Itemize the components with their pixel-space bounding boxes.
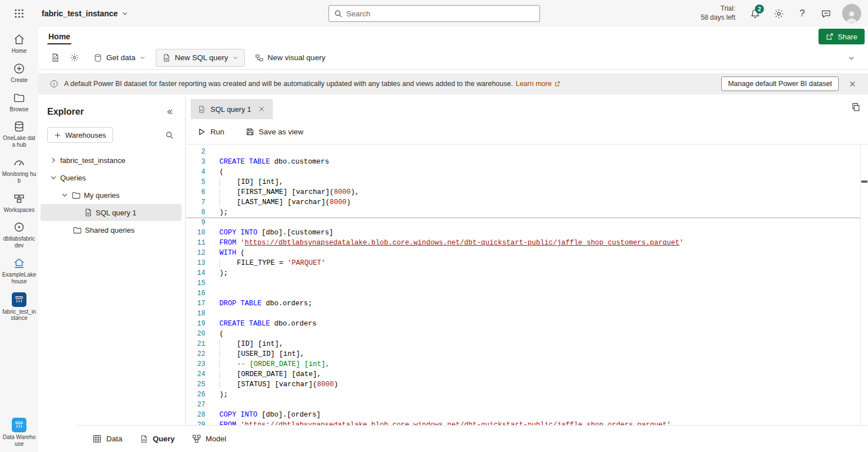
code-line[interactable]: 19CREATE TABLE dbo.orders [186,319,868,329]
tree-item-label: SQL query 1 [96,209,137,217]
rail-item-label: fabric_test_instance [2,309,37,322]
nav-rail-item-browse[interactable]: Browse [1,91,37,113]
trial-status: Trial: 58 days left [701,4,735,22]
code-line[interactable]: 29FROM 'https://dbtlabsynapsedatalake.bl… [186,420,868,425]
tree-item-queries[interactable]: Queries [41,169,182,186]
nav-rail-item-examplelakehouse[interactable]: ExampleLakehouse [1,256,37,285]
line-number: 17 [186,299,205,309]
line-content: FROM 'https://dbtlabsynapsedatalake.blob… [205,238,683,248]
collapse-ribbon-button[interactable] [842,49,860,67]
nav-rail-item-home[interactable]: Home [1,33,37,55]
tree-item-shared-queries[interactable]: Shared queries [41,222,182,238]
save-as-view-button[interactable]: Save as view [242,123,307,141]
refresh-button[interactable] [46,49,64,67]
trial-days: 58 days left [701,13,735,22]
bottom-tab-query[interactable]: Query [133,426,182,452]
code-line[interactable]: 28COPY INTO [dbo].[orders] [186,410,868,420]
tree-item-sql-query-1[interactable]: SQL query 1 [41,204,182,221]
manage-dataset-button[interactable]: Manage default Power BI dataset [721,76,839,91]
tree-item-fabric-test-instance[interactable]: fabric_test_instance [41,152,182,169]
rail-item-label: ExampleLakehouse [2,272,37,285]
new-visual-query-button[interactable]: New visual query [249,49,331,67]
line-content: [ORDER_DATE] [date], [205,369,321,379]
get-data-button[interactable]: Get data [88,49,151,67]
settings-ribbon-button[interactable] [65,49,83,67]
app-launcher-button[interactable] [0,0,38,27]
account-avatar[interactable] [842,4,861,23]
code-line[interactable]: 3CREATE TABLE dbo.customers [186,157,868,167]
notifications-button[interactable]: 2 [745,4,764,23]
banner-message: A default Power BI dataset for faster re… [64,80,513,88]
lakehouse-icon [12,256,26,270]
learn-more-link[interactable]: Learn more [516,80,561,88]
code-line[interactable]: 15 [186,278,868,288]
code-line[interactable]: 27 [186,400,868,410]
new-visual-query-label: New visual query [268,53,326,62]
nav-rail-item-create[interactable]: Create [1,62,37,84]
code-line[interactable]: 21 [ID] [int], [186,339,868,349]
code-line[interactable]: 18 [186,309,868,319]
code-area[interactable]: 23CREATE TABLE dbo.customers4(5 [ID] [in… [186,145,868,425]
code-line[interactable]: 12WITH ( [186,248,868,258]
sql-file-icon [84,208,93,217]
nav-rail-item-workspaces[interactable]: Workspaces [1,192,37,214]
search-input[interactable] [347,10,534,18]
line-number: 14 [186,268,205,278]
chevron-down-icon[interactable] [61,191,69,199]
code-line[interactable]: 25 [STATUS] [varchar](8000) [186,379,868,390]
bottom-tab-model[interactable]: Model [185,426,233,452]
editor-scrollbar[interactable] [860,145,868,425]
code-line[interactable]: 20( [186,329,868,339]
line-number: 19 [186,319,205,329]
explorer-search-button[interactable] [161,127,177,143]
tree-item-label: My queries [84,191,120,200]
code-line[interactable]: 4( [186,167,868,177]
close-icon [849,80,856,88]
duplicate-tab-button[interactable] [851,102,861,112]
code-line[interactable]: 24 [ORDER_DATE] [date], [186,369,868,379]
dismiss-banner-button[interactable] [844,76,860,92]
tree-item-my-queries[interactable]: My queries [41,187,182,204]
run-button[interactable]: Run [194,123,228,141]
settings-button[interactable] [769,4,788,23]
nav-rail-item-onelake-data-hub[interactable]: OneLake data hub [1,120,37,148]
workspace-switcher[interactable]: fabric_test_instance [38,7,132,20]
code-line[interactable]: 16 [186,288,868,299]
code-line[interactable]: 14); [186,268,868,278]
collapse-explorer-button[interactable] [163,105,177,119]
chevron-down-icon[interactable] [50,174,57,182]
code-line[interactable]: 26); [186,390,868,400]
code-line[interactable]: 11FROM 'https://dbtlabsynapsedatalake.bl… [186,238,868,248]
new-sql-query-button[interactable]: New SQL query [156,49,245,67]
tab-home[interactable]: Home [47,27,71,46]
dataset-banner: A default Power BI dataset for faster re… [38,73,868,94]
line-number: 25 [186,379,205,390]
code-line[interactable]: 6 [FIRST_NAME] [varchar](8000), [186,187,868,197]
nav-rail-item-data-warehouse[interactable]: Data Warehouse [1,418,37,448]
code-line[interactable]: 22 [USER_ID] [int], [186,349,868,359]
search-box[interactable] [329,5,540,22]
chevron-right-icon[interactable] [50,156,57,164]
code-line[interactable]: 13 FILE_TYPE = 'PARQUET' [186,258,868,268]
code-line[interactable]: 17DROP TABLE dbo.orders; [186,299,868,309]
line-content: FILE_TYPE = 'PARQUET' [205,258,326,268]
explorer-panel: Explorer Warehouses fabric_test_instance… [38,96,186,425]
code-line[interactable]: 5 [ID] [int], [186,177,868,187]
nav-rail-item-fabric-test-instance[interactable]: fabric_test_instance [1,292,37,322]
nav-rail-item-dbtlabsfabricdev[interactable]: dbtlabsfabricdev [1,220,37,249]
code-line[interactable]: 2 [186,147,868,157]
data-grid-icon [92,434,102,444]
share-button[interactable]: Share [818,29,865,44]
add-warehouses-button[interactable]: Warehouses [47,127,113,143]
code-line[interactable]: 10COPY INTO [dbo].[customers] [186,228,868,238]
code-line[interactable]: 23 -- [ORDER_DATE] [int], [186,359,868,369]
code-line[interactable]: 7 [LAST_NAME] [varchar](8000) [186,197,868,207]
code-line[interactable]: 8); [186,207,868,218]
close-tab-button[interactable] [256,103,267,115]
tab-sql-query-1[interactable]: SQL query 1 [191,99,273,119]
feedback-button[interactable] [816,4,835,23]
nav-rail-item-monitoring-hub[interactable]: Monitoring hub [1,156,37,184]
code-line[interactable]: 9 [186,218,868,228]
bottom-tab-data[interactable]: Data [86,426,129,452]
help-button[interactable]: ? [793,4,812,23]
